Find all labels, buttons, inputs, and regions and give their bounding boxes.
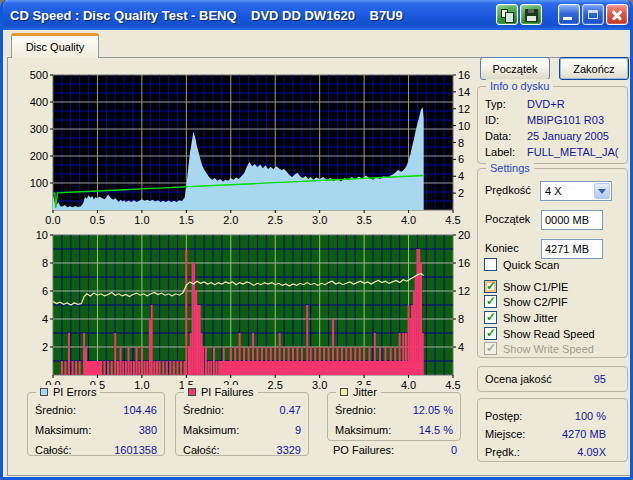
save-button[interactable] <box>520 4 542 25</box>
svg-text:2: 2 <box>42 341 48 353</box>
end-position-input[interactable] <box>541 239 603 259</box>
start-position-input[interactable] <box>541 210 603 230</box>
pif-bars <box>415 277 417 375</box>
settings-box: Settings Prędkość 4 X Początek Koniec Qu… <box>477 168 628 358</box>
svg-text:1.0: 1.0 <box>134 214 149 224</box>
speed-label: Prędkość <box>485 184 531 196</box>
pif-bars <box>239 333 241 375</box>
pif-bars <box>193 263 195 375</box>
pif-bars <box>420 263 422 375</box>
start-position-label: Początek <box>485 213 530 225</box>
checkbox-icon <box>484 311 497 324</box>
stat-row: Całość:1601358 <box>28 440 164 460</box>
pif-bars <box>195 291 197 375</box>
pif-bars <box>296 347 298 375</box>
svg-text:100: 100 <box>30 177 48 189</box>
svg-text:16: 16 <box>458 257 470 269</box>
pif-bars <box>256 347 258 375</box>
stat-row: Średnio:12.05 % <box>328 400 460 420</box>
po-failures-value: 0 <box>451 444 457 456</box>
pif-bars <box>350 347 352 375</box>
checkbox-show-write-speed: Show Write Speed <box>484 341 594 356</box>
pif-bars <box>128 347 130 375</box>
svg-text:1.5: 1.5 <box>179 214 194 224</box>
quality-score-row: Ocena jakość 95 <box>478 367 627 391</box>
copy-icon <box>501 9 508 18</box>
pif-bars <box>138 361 140 375</box>
pif-bars <box>114 333 116 375</box>
jitter-legend-swatch <box>340 388 348 396</box>
pif-bars <box>180 361 182 375</box>
svg-text:400: 400 <box>30 96 48 108</box>
pif-bars <box>83 333 85 375</box>
pif-bars <box>292 347 294 375</box>
pi-errors-chart: 1002003004005002468101214160.00.51.01.52… <box>15 64 477 228</box>
pif-bars <box>144 361 146 375</box>
pif-bars <box>92 361 94 375</box>
pi-failures-legend-swatch <box>188 388 196 396</box>
pif-bars <box>185 249 187 375</box>
pif-bars <box>418 249 420 375</box>
pi-failures-jitter-chart: 246810481216200.00.51.01.52.02.53.03.54.… <box>15 224 477 390</box>
pif-bars <box>306 305 308 375</box>
pi-errors-stats-box: PI Errors Średnio:104.46 Maksimum:380 Ca… <box>27 392 165 456</box>
pif-bars <box>64 361 66 375</box>
svg-text:14: 14 <box>458 86 470 98</box>
pif-bars <box>79 361 81 375</box>
svg-text:300: 300 <box>30 123 48 135</box>
pif-bars <box>363 347 365 375</box>
checkbox-show-jitter[interactable]: Show Jitter <box>484 310 557 325</box>
chevron-down-icon[interactable] <box>594 183 610 199</box>
pif-bars <box>323 347 325 375</box>
speed-select-value: 4 X <box>545 185 562 197</box>
svg-text:8: 8 <box>458 137 464 149</box>
checkbox-icon <box>484 342 497 355</box>
progress-row: Postęp:100 % <box>478 407 627 425</box>
pif-bars <box>301 347 303 375</box>
close-button[interactable] <box>606 4 628 25</box>
maximize-button[interactable] <box>582 4 604 25</box>
stat-row: Maksimum:9 <box>176 420 308 440</box>
app-window: CD Speed : Disc Quality Test - BENQ DVD … <box>0 0 633 480</box>
svg-text:1.0: 1.0 <box>134 379 149 390</box>
pif-bars <box>75 361 77 375</box>
svg-text:10: 10 <box>36 229 48 241</box>
close-icon <box>617 15 618 16</box>
pif-bars <box>399 333 401 375</box>
pif-bars <box>162 361 164 375</box>
pif-bars <box>390 347 392 375</box>
pif-bars <box>202 347 204 375</box>
minimize-button[interactable] <box>558 4 580 25</box>
pif-bars <box>402 333 404 375</box>
pif-bars <box>319 347 321 375</box>
pif-bars <box>166 361 168 375</box>
pif-bars <box>149 319 151 375</box>
pif-bars <box>100 361 102 375</box>
speed-select[interactable]: 4 X <box>540 181 612 201</box>
disc-info-row: ID:MBIPG101 R03 <box>478 112 627 128</box>
checkbox-show-c2-pif[interactable]: Show C2/PIF <box>484 294 568 309</box>
svg-text:4.0: 4.0 <box>401 379 416 390</box>
progress-box: Postęp:100 % Miejsce:4270 MB Prędk.:4.09… <box>477 398 628 462</box>
progress-row: Prędk.:4.09X <box>478 443 627 461</box>
tab-disc-quality[interactable]: Disc Quality <box>11 33 99 58</box>
disc-info-title: Info o dysku <box>486 79 553 93</box>
start-button[interactable]: Początek <box>480 57 550 80</box>
checkbox-show-c1-pie[interactable]: Show C1/PIE <box>484 279 568 294</box>
stop-button[interactable]: Zakończ <box>559 57 629 80</box>
pi-failures-stats-box: PI Failures Średnio:0.47 Maksimum:9 Cało… <box>175 392 309 456</box>
svg-text:2.5: 2.5 <box>268 214 283 224</box>
copy-button[interactable] <box>496 4 518 25</box>
pif-bars <box>288 347 290 375</box>
pif-bars <box>85 347 87 375</box>
disc-info-row: Data:25 January 2005 <box>478 128 627 144</box>
checkbox-quick-scan[interactable]: Quick Scan <box>484 257 559 272</box>
minimize-icon <box>563 17 572 20</box>
pif-bars <box>200 333 202 375</box>
svg-text:10: 10 <box>458 120 470 132</box>
pif-bars <box>176 361 178 375</box>
pif-bars <box>153 361 155 375</box>
checkbox-show-read-speed[interactable]: Show Read Speed <box>484 326 595 341</box>
pif-bars <box>173 361 175 375</box>
svg-text:12: 12 <box>458 285 470 297</box>
